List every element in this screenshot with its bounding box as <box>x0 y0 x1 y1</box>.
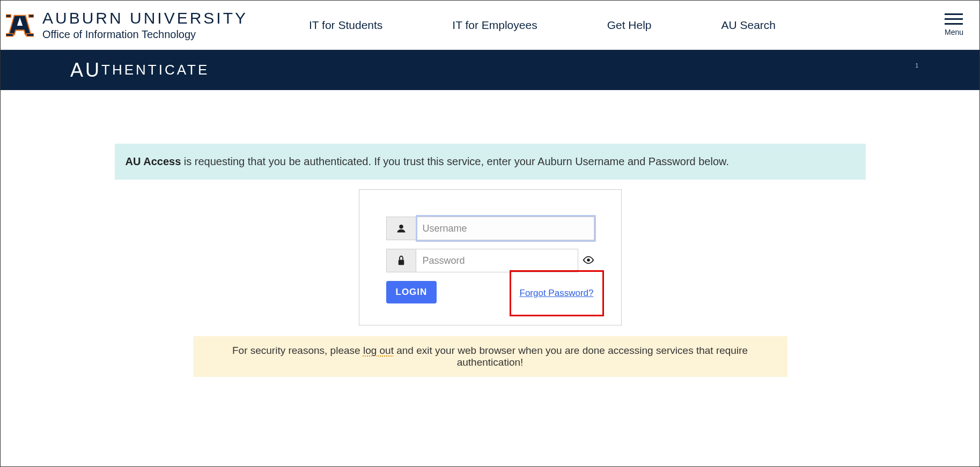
login-card: LOGIN Forgot Password? <box>359 189 622 325</box>
forgot-password-highlight: Forgot Password? <box>510 270 604 316</box>
eye-icon <box>583 254 594 266</box>
nav-it-students[interactable]: IT for Students <box>309 19 382 32</box>
logo-block[interactable]: AUBURN UNIVERSITY Office of Information … <box>6 9 253 41</box>
warn-logout: log out <box>363 345 394 356</box>
auth-info-message: AU Access is requesting that you be auth… <box>115 144 866 180</box>
svg-rect-0 <box>6 14 11 17</box>
title-block: AUBURN UNIVERSITY Office of Information … <box>42 9 248 41</box>
user-icon <box>386 217 416 240</box>
banner-rest: THENTICATE <box>101 62 209 78</box>
toggle-password-visibility[interactable] <box>583 254 594 268</box>
menu-button[interactable]: Menu <box>945 13 969 36</box>
au-logo-icon <box>6 11 34 39</box>
banner-prefix: AU <box>70 59 101 81</box>
password-row <box>386 249 578 272</box>
svg-point-6 <box>587 258 590 262</box>
username-input[interactable] <box>416 217 594 240</box>
svg-rect-2 <box>6 33 13 36</box>
password-input[interactable] <box>416 249 578 272</box>
lock-icon <box>386 249 416 272</box>
security-warning: For security reasons, please log out and… <box>193 336 787 377</box>
username-row <box>386 217 594 240</box>
info-service-name: AU Access <box>126 155 181 167</box>
svg-rect-3 <box>26 33 34 36</box>
nav-au-search[interactable]: AU Search <box>721 19 776 32</box>
primary-nav: IT for Students IT for Employees Get Hel… <box>274 19 810 32</box>
warn-pre: For security reasons, please <box>232 345 363 356</box>
svg-point-4 <box>399 225 403 229</box>
site-header: AUBURN UNIVERSITY Office of Information … <box>1 1 979 50</box>
warn-post: and exit your web browser when you are d… <box>394 345 748 368</box>
main-content: AU Access is requesting that you be auth… <box>1 90 979 377</box>
hamburger-icon <box>945 13 963 25</box>
page-banner: AUTHENTICATE 1 <box>1 50 979 90</box>
banner-tiny-number: 1 <box>915 63 920 69</box>
university-title: AUBURN UNIVERSITY <box>42 9 248 27</box>
menu-label: Menu <box>945 28 963 36</box>
department-subtitle: Office of Information Technology <box>42 28 248 41</box>
info-text: is requesting that you be authenticated.… <box>181 155 729 167</box>
svg-rect-5 <box>398 260 404 265</box>
nav-get-help[interactable]: Get Help <box>607 19 652 32</box>
svg-rect-1 <box>29 14 34 17</box>
forgot-password-link[interactable]: Forgot Password? <box>520 288 594 299</box>
login-button[interactable]: LOGIN <box>386 281 437 303</box>
nav-it-employees[interactable]: IT for Employees <box>452 19 537 32</box>
